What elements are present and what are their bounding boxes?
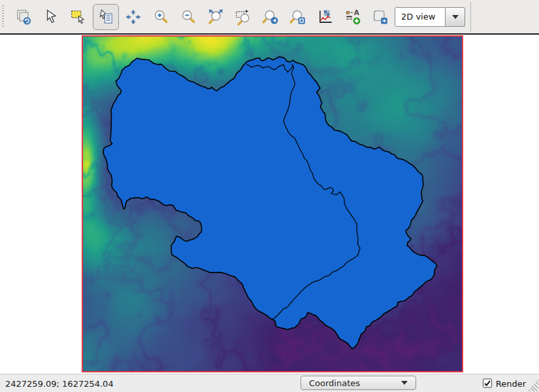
query-icon [97, 8, 114, 25]
zoom-back-button[interactable] [257, 4, 284, 30]
zoom-out-button[interactable] [175, 4, 201, 30]
render-checkbox[interactable] [483, 379, 492, 388]
statusbar-mode-select[interactable]: Coordinates [301, 376, 416, 390]
render-checkbox-text: Render [496, 378, 526, 388]
zoom-extent-button[interactable] [203, 4, 229, 30]
zoom-out-icon [180, 8, 197, 25]
view-mode-select[interactable]: 2D view [395, 7, 465, 27]
statusbar-mode-value: Coordinates [309, 378, 360, 388]
toolbar: A 2D view [0, 0, 539, 35]
zoom-region-icon [235, 8, 252, 25]
check-icon [483, 380, 491, 387]
svg-text:A: A [354, 8, 359, 16]
render-display-button[interactable] [10, 4, 37, 30]
pan-icon [125, 8, 142, 25]
toolbar-separator [470, 2, 471, 32]
query-button[interactable] [93, 4, 119, 30]
map-display-window: A 2D view 2427259.09 [0, 0, 539, 392]
analyze-icon [317, 8, 334, 25]
chevron-down-icon [452, 15, 459, 19]
pointer-button[interactable] [38, 4, 64, 30]
chevron-down-icon [401, 381, 408, 385]
coordinates-readout: 2427259.09; 1627254.04 [5, 378, 114, 388]
select-button[interactable] [65, 4, 91, 30]
zoom-extent-icon [207, 8, 224, 25]
status-bar: 2427259.09; 1627254.04 Coordinates Rende… [0, 374, 539, 392]
view-mode-dropdown-button[interactable] [446, 7, 465, 27]
toolbar-gripper[interactable] [2, 5, 4, 29]
redraw-icon [15, 8, 32, 25]
save-display-button[interactable] [367, 4, 393, 30]
zoom-region-button[interactable] [230, 4, 256, 30]
map-display-area[interactable] [0, 35, 539, 374]
view-mode-field[interactable]: 2D view [395, 7, 446, 27]
add-overlay-icon: A [344, 8, 361, 25]
add-overlay-button[interactable]: A [340, 4, 366, 30]
analyze-button[interactable] [312, 4, 338, 30]
render-checkbox-label[interactable]: Render [483, 378, 526, 388]
zoom-options-icon [289, 8, 306, 25]
pan-button[interactable] [120, 4, 146, 30]
zoom-in-icon [152, 8, 169, 25]
map-canvas[interactable] [82, 35, 463, 372]
zoom-in-button[interactable] [148, 4, 174, 30]
select-icon [70, 8, 87, 25]
zoom-options-button[interactable] [285, 4, 311, 30]
pointer-icon [42, 8, 59, 25]
save-display-icon [372, 8, 389, 25]
resize-grip[interactable] [527, 379, 538, 391]
zoom-back-icon [262, 8, 279, 25]
view-mode-value: 2D view [401, 12, 435, 22]
